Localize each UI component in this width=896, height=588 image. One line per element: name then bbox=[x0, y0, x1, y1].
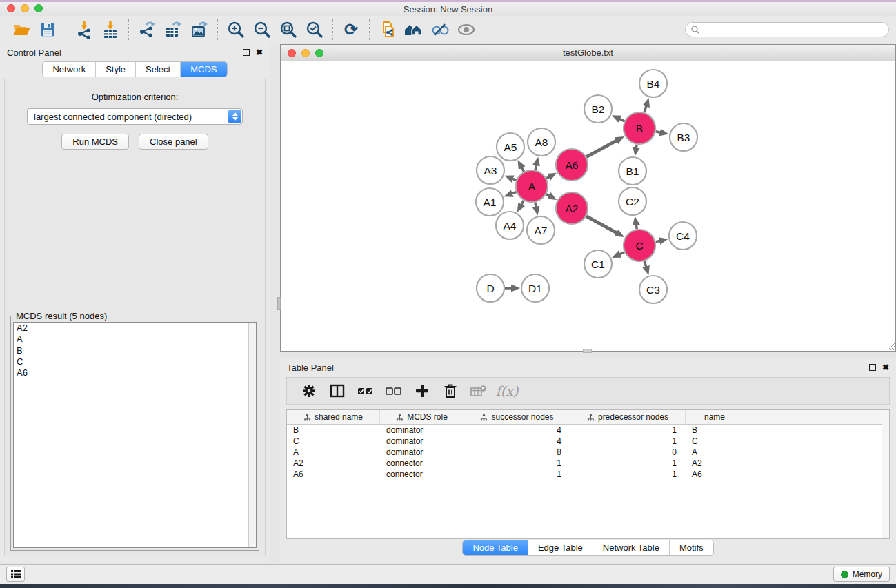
zoom-fit-button[interactable] bbox=[275, 19, 301, 41]
graph-node-C[interactable]: C bbox=[624, 230, 655, 261]
graph-edge-C-C2[interactable] bbox=[636, 224, 637, 230]
graph-node-C1[interactable]: C1 bbox=[584, 250, 612, 278]
float-panel-icon[interactable] bbox=[869, 364, 876, 371]
search-field[interactable] bbox=[685, 22, 889, 37]
tab-mcds[interactable]: MCDS bbox=[181, 62, 226, 77]
show-column-panel-button[interactable] bbox=[326, 381, 348, 401]
close-panel-icon[interactable]: ✖ bbox=[882, 364, 889, 371]
graph-node-C4[interactable]: C4 bbox=[669, 222, 697, 250]
zoom-in-button[interactable] bbox=[223, 19, 249, 41]
graph-node-D[interactable]: D bbox=[477, 274, 504, 302]
refresh-layout-button[interactable]: ⟳ bbox=[338, 19, 364, 41]
graph-edge-C-C1[interactable] bbox=[619, 252, 624, 255]
delete-table-button[interactable] bbox=[468, 381, 490, 401]
table-row[interactable]: A2connector11A2 bbox=[287, 458, 889, 469]
graph-edge-C-C3[interactable] bbox=[644, 261, 646, 268]
column-header-name[interactable]: name bbox=[686, 410, 744, 424]
memory-button[interactable]: Memory bbox=[833, 567, 890, 582]
minimize-network-button[interactable] bbox=[301, 49, 310, 57]
run-mcds-button[interactable]: Run MCDS bbox=[61, 134, 129, 150]
zoom-network-button[interactable] bbox=[315, 49, 323, 57]
table-row[interactable]: Bdominator41B bbox=[287, 425, 889, 436]
mcds-result-item[interactable]: A bbox=[14, 334, 256, 345]
graph-node-B1[interactable]: B1 bbox=[619, 157, 646, 185]
close-panel-icon[interactable]: ✖ bbox=[256, 49, 263, 56]
mcds-result-item[interactable]: C bbox=[14, 356, 256, 367]
close-network-button[interactable] bbox=[288, 49, 296, 57]
table-row[interactable]: A6connector11A6 bbox=[287, 469, 889, 480]
resize-grip[interactable] bbox=[886, 341, 895, 350]
graph-edge-B-B4[interactable] bbox=[644, 105, 646, 113]
import-table-button[interactable] bbox=[97, 19, 123, 41]
graph-edge-A-A2[interactable] bbox=[546, 194, 550, 196]
zoom-out-button[interactable] bbox=[249, 19, 275, 41]
tab-style[interactable]: Style bbox=[96, 62, 136, 77]
column-header-mcds-role[interactable]: MCDS role bbox=[380, 410, 464, 424]
graph-edge-A2-C[interactable] bbox=[586, 216, 617, 234]
table-row[interactable]: Adominator80A bbox=[287, 447, 889, 458]
graph-edge-A-A3[interactable] bbox=[512, 179, 517, 181]
hide-graphics-button[interactable] bbox=[427, 19, 453, 41]
close-panel-button[interactable]: Close panel bbox=[139, 134, 208, 150]
graph-edge-A-A4[interactable] bbox=[521, 201, 524, 205]
task-history-button[interactable] bbox=[6, 567, 25, 582]
column-header-successor-nodes[interactable]: successor nodes bbox=[464, 410, 570, 424]
tab-node-table[interactable]: Node Table bbox=[463, 540, 528, 555]
export-image-button[interactable] bbox=[186, 19, 212, 41]
graph-edge-A-A5[interactable] bbox=[521, 167, 524, 172]
close-window-button[interactable] bbox=[7, 4, 15, 12]
graph-edge-A-A6[interactable] bbox=[546, 176, 550, 179]
graph-node-A3[interactable]: A3 bbox=[477, 156, 504, 184]
graph-node-A6[interactable]: A6 bbox=[556, 149, 588, 181]
graph-node-A[interactable]: A bbox=[516, 170, 548, 202]
table-scrollbar[interactable] bbox=[882, 410, 889, 538]
save-session-button[interactable] bbox=[34, 19, 61, 41]
table-settings-button[interactable] bbox=[298, 381, 320, 401]
graph-edge-B-B2[interactable] bbox=[619, 119, 624, 121]
mcds-result-item[interactable]: B bbox=[14, 345, 256, 356]
show-graphics-button[interactable] bbox=[453, 19, 479, 41]
create-column-button[interactable] bbox=[411, 381, 433, 401]
tab-edge-table[interactable]: Edge Table bbox=[528, 540, 593, 555]
graph-node-B3[interactable]: B3 bbox=[670, 123, 697, 151]
import-network-button[interactable] bbox=[71, 19, 97, 41]
graph-edge-A-A7[interactable] bbox=[535, 203, 537, 208]
mcds-result-list[interactable]: A2ABCA6 bbox=[13, 322, 257, 548]
graph-node-C3[interactable]: C3 bbox=[639, 276, 667, 303]
export-table-button[interactable] bbox=[160, 19, 186, 41]
zoom-selected-button[interactable] bbox=[301, 19, 328, 41]
graph-node-A8[interactable]: A8 bbox=[528, 128, 555, 156]
tab-select[interactable]: Select bbox=[136, 62, 181, 77]
node-table[interactable]: shared nameMCDS rolesuccessor nodesprede… bbox=[286, 409, 890, 539]
graph-node-A5[interactable]: A5 bbox=[497, 133, 524, 161]
graph-node-A4[interactable]: A4 bbox=[496, 212, 524, 239]
criterion-select[interactable]: largest connected component (directed) bbox=[27, 108, 243, 125]
search-input[interactable] bbox=[700, 23, 888, 36]
column-header-predecessor-nodes[interactable]: predecessor nodes bbox=[570, 410, 686, 424]
graph-edge-B-B3[interactable] bbox=[656, 132, 661, 133]
mcds-result-item[interactable]: A6 bbox=[14, 367, 256, 378]
splitter-handle[interactable] bbox=[583, 349, 592, 353]
result-scrollbar[interactable] bbox=[248, 323, 256, 547]
network-canvas[interactable]: B4B2BB3A8A5A6A3B1AC2A1A2A4A7C4CC1DD1C3 bbox=[281, 62, 895, 351]
open-file-button[interactable] bbox=[8, 19, 34, 41]
table-row[interactable]: Cdominator41C bbox=[287, 436, 889, 447]
export-network-button[interactable] bbox=[134, 19, 160, 41]
graph-node-A2[interactable]: A2 bbox=[556, 192, 588, 224]
select-all-columns-button[interactable] bbox=[355, 381, 377, 401]
graph-node-C2[interactable]: C2 bbox=[619, 187, 646, 215]
graph-node-A1[interactable]: A1 bbox=[476, 188, 504, 216]
function-builder-button[interactable]: f(x) bbox=[496, 381, 518, 401]
graph-edge-C-C4[interactable] bbox=[655, 241, 660, 242]
home-button[interactable] bbox=[401, 19, 427, 41]
column-header-shared-name[interactable]: shared name bbox=[287, 410, 380, 424]
float-panel-icon[interactable] bbox=[243, 49, 250, 56]
graph-edge-B-B1[interactable] bbox=[636, 145, 637, 149]
graph-node-B2[interactable]: B2 bbox=[584, 95, 612, 123]
tab-motifs[interactable]: Motifs bbox=[670, 540, 713, 555]
tab-network-table[interactable]: Network Table bbox=[593, 540, 670, 555]
minimize-window-button[interactable] bbox=[21, 4, 29, 12]
graph-node-B[interactable]: B bbox=[624, 112, 655, 144]
zoom-window-button[interactable] bbox=[34, 4, 43, 12]
graph-edge-A6-B[interactable] bbox=[586, 140, 617, 156]
